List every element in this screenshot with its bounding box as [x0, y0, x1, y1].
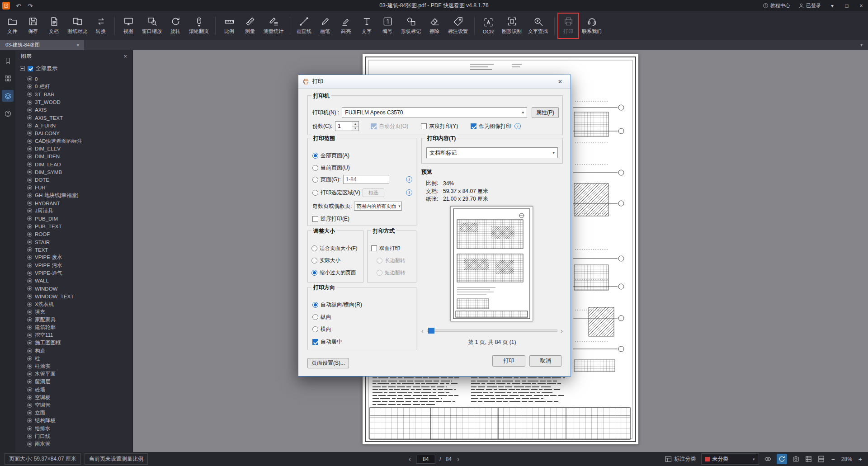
- portrait-option[interactable]: 纵向: [312, 313, 412, 321]
- toolbar-text-search-button[interactable]: 文字查找: [525, 13, 551, 38]
- toolbar-convert-button[interactable]: 转换: [90, 13, 111, 38]
- category-select[interactable]: 未分类 ▾: [701, 453, 759, 465]
- layer-item[interactable]: 挖空111: [27, 331, 132, 339]
- print-as-image-checkbox[interactable]: [471, 123, 476, 129]
- toolbar-measure-button[interactable]: 测量: [240, 13, 260, 38]
- page-setup-button[interactable]: 页面设置(S)...: [307, 358, 349, 368]
- show-all-row[interactable]: 全部显示: [15, 62, 132, 75]
- layer-visibility-icon[interactable]: [27, 92, 32, 97]
- toolbar-erase-button[interactable]: 擦除: [424, 13, 445, 38]
- layer-visibility-icon[interactable]: [27, 232, 32, 237]
- layer-item[interactable]: 3T_BAR: [27, 90, 132, 98]
- layer-visibility-icon[interactable]: [27, 310, 32, 315]
- layer-item[interactable]: VPIPE-污水: [27, 262, 132, 269]
- layer-visibility-icon[interactable]: [27, 123, 32, 128]
- layer-item[interactable]: 0-栏杆: [27, 83, 132, 90]
- prev-page-button[interactable]: ‹: [408, 455, 412, 463]
- copies-decrement-icon[interactable]: ▼: [352, 126, 359, 131]
- layer-item[interactable]: J厨洁具: [27, 207, 132, 215]
- layer-visibility-icon[interactable]: [27, 240, 32, 245]
- layer-item[interactable]: 结构降板: [27, 417, 132, 424]
- layer-item[interactable]: DIM_IDEN: [27, 153, 132, 160]
- all-pages-option[interactable]: 全部页面(A): [312, 151, 412, 160]
- layer-visibility-icon[interactable]: [27, 146, 32, 151]
- toolbar-measure-stats-button[interactable]: 测量统计: [260, 13, 287, 38]
- layer-item[interactable]: HYDRANT: [27, 199, 132, 207]
- layer-visibility-icon[interactable]: [27, 216, 32, 221]
- box-select-button[interactable]: 框选: [363, 188, 384, 197]
- portrait-radio[interactable]: [312, 314, 318, 320]
- grayscale-checkbox[interactable]: [421, 123, 427, 129]
- selection-option[interactable]: 打印选定区域(V) 框选 i: [312, 188, 412, 197]
- page-range-radio[interactable]: [312, 177, 318, 183]
- toolbar-number-button[interactable]: 编号: [377, 13, 398, 38]
- layer-visibility-icon[interactable]: [27, 348, 32, 353]
- layer-visibility-icon[interactable]: [27, 403, 32, 408]
- layer-visibility-icon[interactable]: [27, 317, 32, 322]
- actual-size-radio[interactable]: [311, 258, 317, 264]
- zoom-in-button[interactable]: +: [857, 456, 863, 463]
- layer-visibility-icon[interactable]: [27, 154, 32, 159]
- toolbar-annotation-settings-button[interactable]: 标注设置: [445, 13, 471, 38]
- toolbar-save-button[interactable]: 保存: [23, 13, 43, 38]
- preview-slider[interactable]: ‹ ›: [421, 327, 563, 334]
- shrink-option[interactable]: 缩小过大的页面: [311, 268, 361, 277]
- next-page-button[interactable]: ›: [456, 455, 460, 463]
- layer-item[interactable]: FUR: [27, 184, 132, 192]
- shrink-radio[interactable]: [311, 270, 317, 276]
- layer-item[interactable]: AXIS_TEXT: [27, 114, 132, 122]
- zoom-level-label[interactable]: 28%: [841, 456, 852, 462]
- reverse-order-checkbox[interactable]: [312, 216, 318, 222]
- layer-item[interactable]: WINDOW_TEXT: [27, 292, 132, 300]
- layer-visibility-icon[interactable]: [27, 193, 32, 198]
- page-range-option[interactable]: 页面(G): i: [312, 175, 412, 184]
- zoom-out-button[interactable]: −: [830, 456, 836, 463]
- copies-value[interactable]: 1: [335, 122, 352, 131]
- measure-scale-note[interactable]: 当前页未设置测量比例: [85, 453, 148, 465]
- tab-document[interactable]: 03-建筑-84张图 ×: [0, 40, 84, 50]
- layer-visibility-icon[interactable]: [27, 379, 32, 384]
- short-edge-option[interactable]: 短边翻转: [377, 268, 415, 277]
- toolbar-print-button[interactable]: 打印: [558, 13, 579, 38]
- layer-item[interactable]: VPIPE-废水: [27, 254, 132, 261]
- layer-visibility-icon[interactable]: [27, 364, 32, 369]
- toolbar-shape-mark-button[interactable]: 形状标记: [398, 13, 424, 38]
- layer-visibility-icon[interactable]: [27, 426, 32, 431]
- layer-visibility-icon[interactable]: [27, 169, 32, 174]
- layer-visibility-icon[interactable]: [27, 224, 32, 229]
- all-pages-radio[interactable]: [312, 153, 318, 159]
- annotation-category-button[interactable]: 标注分类: [665, 455, 696, 463]
- layer-item[interactable]: AXIS: [27, 106, 132, 114]
- slider-handle[interactable]: [428, 328, 434, 334]
- login-status-button[interactable]: 已登录: [795, 0, 825, 11]
- double-sided-option[interactable]: 双面打印: [371, 244, 414, 252]
- thumbnails-panel-button[interactable]: [2, 72, 14, 84]
- layer-visibility-icon[interactable]: [27, 201, 32, 206]
- layer-visibility-icon[interactable]: [27, 333, 32, 338]
- layer-visibility-icon[interactable]: [27, 442, 32, 447]
- layer-visibility-icon[interactable]: [27, 100, 32, 105]
- odd-even-select[interactable]: 范围内的所有页面 ▾: [354, 202, 402, 211]
- layer-item[interactable]: 填充: [27, 308, 132, 316]
- print-confirm-button[interactable]: 打印: [492, 355, 525, 367]
- rotate-view-button[interactable]: [777, 454, 787, 464]
- layer-visibility-icon[interactable]: [27, 185, 32, 190]
- layer-item[interactable]: CAD快速看图的标注: [27, 137, 132, 145]
- layer-item[interactable]: WINDOW: [27, 285, 132, 292]
- layer-item[interactable]: 雨水管: [27, 440, 132, 448]
- actual-size-option[interactable]: 实际大小: [311, 256, 361, 264]
- toolbar-pen-button[interactable]: 画笔: [315, 13, 335, 38]
- printer-select[interactable]: FUJIFILM Apeos C3570 ▾: [342, 107, 527, 118]
- layer-visibility-icon[interactable]: [27, 263, 32, 268]
- layer-visibility-icon[interactable]: [27, 162, 32, 167]
- tutorial-center-button[interactable]: 教程中心: [759, 0, 794, 11]
- layer-visibility-icon[interactable]: [27, 115, 32, 120]
- toolbar-view-button[interactable]: 视图: [118, 13, 139, 38]
- selection-radio[interactable]: [312, 190, 318, 196]
- toolbar-file-button[interactable]: 文件: [2, 13, 23, 38]
- layer-visibility-icon[interactable]: [27, 271, 32, 276]
- layer-visibility-icon[interactable]: [27, 418, 32, 423]
- auto-center-option[interactable]: 自动居中: [312, 338, 412, 346]
- layer-item[interactable]: DIM_SYMB: [27, 168, 132, 176]
- collate-checkbox[interactable]: [371, 123, 377, 129]
